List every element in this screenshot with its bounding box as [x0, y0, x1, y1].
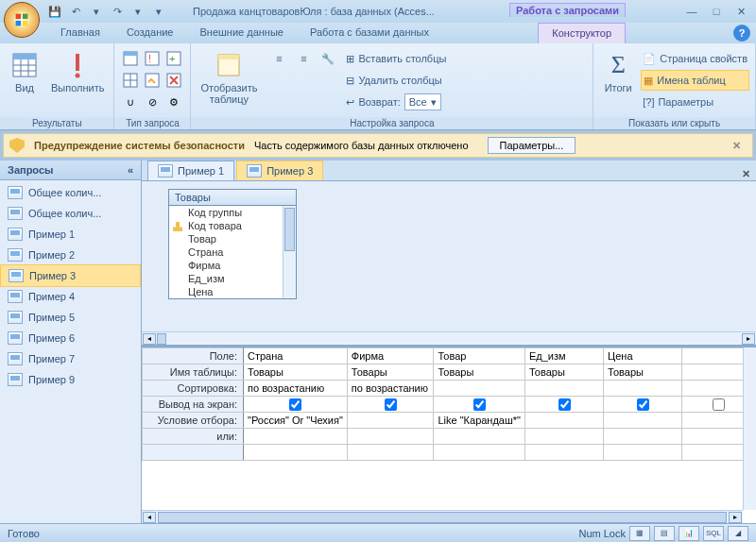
grid-cell[interactable]: Цена [604, 348, 682, 364]
nav-item[interactable]: Пример 5 [0, 307, 141, 328]
grid-cell[interactable] [525, 445, 604, 461]
grid-cell[interactable]: Товары [525, 364, 604, 381]
return-combo[interactable]: Все▾ [404, 93, 441, 110]
security-close-button[interactable]: ✕ [727, 140, 747, 152]
show-checkbox[interactable] [385, 398, 397, 411]
tab-design[interactable]: Конструктор [538, 23, 626, 43]
grid-cell[interactable]: Ед_изм [525, 348, 604, 364]
nav-item[interactable]: Пример 9 [0, 369, 141, 390]
nav-item[interactable]: Пример 4 [0, 286, 141, 307]
office-button[interactable] [4, 2, 40, 38]
maximize-button[interactable]: □ [705, 4, 728, 19]
grid-cell[interactable]: Страна [244, 348, 348, 364]
nav-item[interactable]: Пример 3 [0, 264, 141, 287]
minimize-button[interactable]: — [680, 4, 703, 19]
grid-cell[interactable]: Товары [604, 364, 682, 381]
scroll-left-icon[interactable]: ◂ [143, 333, 156, 345]
grid-cell[interactable] [434, 397, 525, 413]
run-button[interactable]: Выполнить [47, 48, 108, 95]
table-field[interactable]: Код товара [169, 219, 296, 232]
close-button[interactable]: ✕ [730, 4, 752, 19]
nav-item[interactable]: Пример 2 [0, 245, 141, 265]
grid-vscroll[interactable] [743, 347, 756, 510]
grid-cell[interactable] [525, 413, 604, 429]
insert-columns-button[interactable]: ⊞Вставить столбцы [344, 48, 448, 69]
grid-cell[interactable]: по возрастанию [347, 381, 434, 397]
union-query-icon[interactable]: ∪ [120, 92, 141, 112]
scroll-right-icon[interactable]: ▸ [729, 512, 742, 523]
datasheet-view-button[interactable]: ▦ [629, 526, 650, 541]
passthrough-query-icon[interactable]: ⊘ [142, 92, 163, 112]
grid-cell[interactable] [244, 445, 348, 461]
show-checkbox[interactable] [473, 398, 486, 411]
security-options-button[interactable]: Параметры... [488, 137, 576, 154]
delete-query-icon[interactable] [163, 70, 184, 91]
save-icon[interactable]: 💾 [47, 4, 62, 19]
dropdown-icon[interactable]: ▾ [89, 4, 104, 19]
insert-rows-icon[interactable]: ≡ [268, 48, 289, 69]
grid-cell[interactable] [244, 429, 348, 445]
design-top-hscroll[interactable]: ◂ ▸ [142, 331, 756, 345]
undo-icon[interactable]: ↶ [68, 4, 83, 19]
table-field[interactable]: Ед_изм [169, 272, 296, 285]
doc-tab[interactable]: Пример 3 [236, 161, 323, 180]
grid-cell[interactable] [604, 397, 682, 413]
grid-cell[interactable] [525, 397, 604, 413]
builder-icon[interactable]: 🔧 [318, 48, 338, 69]
show-checkbox[interactable] [637, 398, 649, 411]
query-design-grid[interactable]: Поле:СтранаФирмаТоварЕд_измЦенаИмя табли… [142, 347, 756, 523]
totals-button[interactable]: Σ Итоги [599, 48, 637, 95]
grid-cell[interactable] [604, 413, 682, 429]
grid-cell[interactable]: "Россия" Or "Чехия" [244, 413, 348, 429]
dropdown-icon[interactable]: ▾ [130, 4, 146, 19]
datadef-query-icon[interactable]: ⚙ [163, 92, 184, 112]
nav-item[interactable]: Пример 1 [0, 224, 141, 245]
grid-cell[interactable] [347, 445, 434, 461]
table-names-button[interactable]: ▦Имена таблиц [641, 70, 749, 91]
grid-cell[interactable]: Like "Карандаш*" [434, 413, 525, 429]
tab-dbtools[interactable]: Работа с базами данных [297, 23, 442, 43]
update-query-icon[interactable] [142, 70, 163, 91]
scroll-left-icon[interactable]: ◂ [143, 512, 156, 523]
table-field[interactable]: Товар [169, 232, 296, 246]
grid-cell[interactable]: Фирма [347, 348, 434, 364]
pivot-view-button[interactable]: ▤ [654, 526, 675, 541]
chevron-left-icon[interactable]: « [128, 164, 133, 176]
tab-home[interactable]: Главная [47, 23, 113, 43]
append-query-icon[interactable]: + [163, 48, 184, 69]
doc-tab[interactable]: Пример 1 [147, 161, 234, 180]
chart-view-button[interactable]: 📊 [679, 526, 699, 541]
grid-cell[interactable] [347, 397, 434, 413]
table-scrollbar[interactable] [283, 206, 296, 298]
grid-cell[interactable] [347, 429, 434, 445]
crosstab-query-icon[interactable] [120, 70, 141, 91]
tab-close-button[interactable]: ✕ [736, 168, 756, 180]
table-box-tovary[interactable]: Товары Код группыКод товараТоварСтранаФи… [168, 189, 297, 299]
grid-cell[interactable]: Товары [347, 364, 434, 381]
nav-item[interactable]: Общее колич... [0, 182, 141, 203]
grid-cell[interactable] [604, 445, 682, 461]
redo-icon[interactable]: ↷ [110, 4, 125, 19]
help-icon[interactable]: ? [733, 25, 750, 42]
tab-create[interactable]: Создание [113, 23, 187, 43]
grid-cell[interactable]: по возрастанию [244, 381, 348, 397]
table-field[interactable]: Код группы [169, 206, 296, 219]
nav-item[interactable]: Пример 6 [0, 328, 141, 348]
grid-cell[interactable]: Товар [434, 348, 525, 364]
tab-external[interactable]: Внешние данные [187, 23, 297, 43]
delete-rows-icon[interactable]: ≡ [293, 48, 314, 69]
show-table-button[interactable]: Отобразить таблицу [197, 48, 261, 107]
grid-cell[interactable] [244, 397, 348, 413]
nav-item[interactable]: Пример 7 [0, 348, 141, 369]
grid-cell[interactable]: Товары [434, 364, 525, 381]
parameters-button[interactable]: [?]Параметры [641, 92, 749, 112]
show-checkbox[interactable] [289, 398, 301, 411]
grid-cell[interactable] [604, 381, 682, 397]
grid-cell[interactable] [525, 429, 604, 445]
grid-cell[interactable]: Товары [244, 364, 348, 381]
nav-item[interactable]: Общее колич... [0, 203, 141, 224]
table-header[interactable]: Товары [169, 190, 296, 206]
select-query-icon[interactable] [120, 48, 141, 69]
grid-cell[interactable] [525, 381, 604, 397]
property-sheet-button[interactable]: 📄Страница свойств [641, 48, 749, 69]
